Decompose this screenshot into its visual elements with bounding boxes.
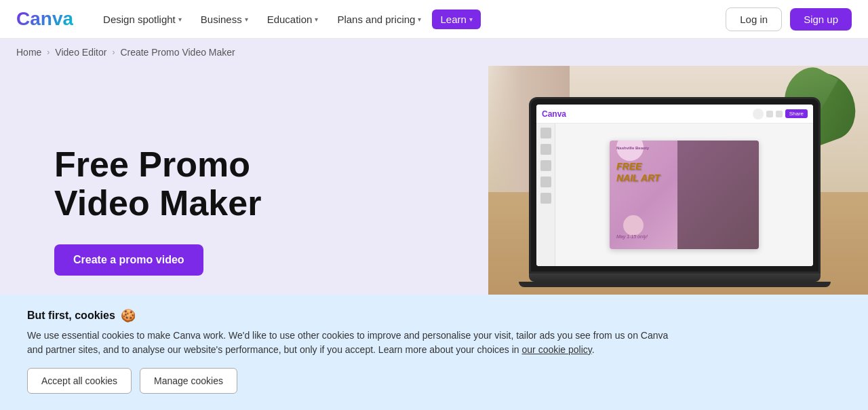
- manage-cookies-button[interactable]: Manage cookies: [140, 368, 237, 394]
- canva-sidebar: [536, 124, 555, 266]
- laptop-base: [529, 274, 821, 282]
- header: Canva Design spotlight ▾ Business ▾ Educ…: [0, 0, 868, 39]
- breadcrumb-video-editor[interactable]: Video Editor: [55, 47, 106, 58]
- signup-button[interactable]: Sign up: [790, 8, 852, 31]
- canva-sidebar-icon-1: [540, 128, 551, 138]
- canva-header-right: Share: [753, 109, 808, 119]
- laptop-bottom: [519, 282, 831, 287]
- canva-header: Canva Share: [536, 105, 813, 124]
- canva-sidebar-icon-4: [540, 176, 551, 187]
- login-button[interactable]: Log in: [726, 7, 782, 31]
- canva-canvas: Nashville Beauty FREENAIL ART May 1-15 o…: [555, 124, 813, 266]
- cookie-banner: But first, cookies 🍪 We use essential co…: [0, 295, 868, 410]
- screen-content: Canva Share: [536, 105, 813, 266]
- chevron-down-icon: ▾: [178, 16, 182, 23]
- hero-title: Free Promo Video Maker: [54, 145, 261, 223]
- nail-art-title: FREENAIL ART: [616, 161, 660, 184]
- breadcrumb-separator: ›: [47, 48, 50, 57]
- cookie-banner-title: But first, cookies 🍪: [27, 308, 841, 323]
- breadcrumb-home[interactable]: Home: [16, 47, 41, 58]
- nail-art-circle-2: [623, 215, 644, 236]
- canva-small-logo: Canva: [542, 109, 566, 119]
- canva-workspace: Nashville Beauty FREENAIL ART May 1-15 o…: [536, 124, 813, 266]
- nav-design-spotlight[interactable]: Design spotlight ▾: [95, 10, 190, 29]
- cookie-actions: Accept all cookies Manage cookies: [27, 368, 841, 394]
- nav-education[interactable]: Education ▾: [259, 10, 327, 29]
- canva-sidebar-icon-2: [540, 144, 551, 155]
- nail-art-business-name: Nashville Beauty: [616, 146, 649, 150]
- breadcrumb: Home › Video Editor › Create Promo Video…: [0, 39, 868, 66]
- nail-art-circle-1: [616, 141, 644, 161]
- header-actions: Log in Sign up: [726, 7, 852, 31]
- nav-learn[interactable]: Learn ▾: [432, 10, 480, 29]
- canva-sidebar-icon-3: [540, 160, 551, 171]
- create-promo-video-button[interactable]: Create a promo video: [54, 244, 203, 276]
- breadcrumb-separator: ›: [112, 48, 115, 57]
- chevron-down-icon: ▾: [315, 16, 318, 23]
- cookie-banner-body: We use essential cookies to make Canva w…: [27, 329, 678, 357]
- nail-art-photo: [677, 141, 759, 249]
- hero-image: Canva Share: [488, 66, 868, 328]
- laptop-screen: Canva Share: [529, 97, 821, 274]
- nail-art-design: Nashville Beauty FREENAIL ART May 1-15 o…: [610, 141, 759, 249]
- laptop-mockup: Canva Share: [529, 97, 821, 287]
- hero-content: Free Promo Video Maker Create a promo vi…: [54, 145, 261, 276]
- cookie-emoji-icon: 🍪: [121, 308, 136, 323]
- canva-logo[interactable]: Canva: [16, 8, 73, 30]
- chevron-down-icon: ▾: [245, 16, 248, 23]
- canva-share-button[interactable]: Share: [785, 109, 808, 118]
- canva-sidebar-icon-5: [540, 193, 551, 204]
- hero-section: Free Promo Video Maker Create a promo vi…: [0, 66, 868, 328]
- chevron-down-icon: ▾: [469, 16, 473, 23]
- nail-art-promo-text: May 1-15 only!: [616, 234, 648, 239]
- accept-all-cookies-button[interactable]: Accept all cookies: [27, 368, 132, 394]
- main-nav: Design spotlight ▾ Business ▾ Education …: [95, 10, 726, 29]
- chevron-down-icon: ▾: [418, 16, 421, 23]
- breadcrumb-current: Create Promo Video Maker: [120, 47, 235, 58]
- nav-business[interactable]: Business ▾: [193, 10, 256, 29]
- nav-plans-pricing[interactable]: Plans and pricing ▾: [329, 10, 429, 29]
- cookie-policy-link[interactable]: our cookie policy: [522, 344, 592, 355]
